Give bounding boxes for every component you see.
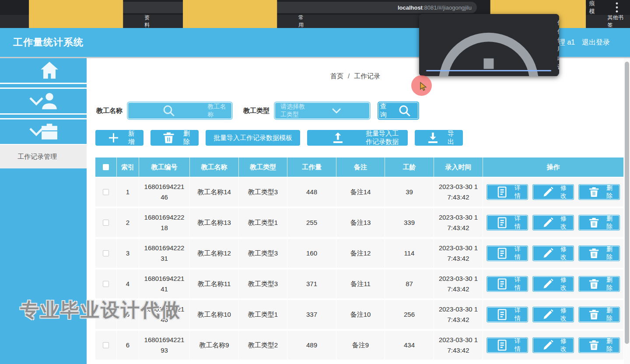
download-popup: 任何使用此设备的用户都能看到已下载的文件 jiaogongjiluMuBan (… xyxy=(419,14,559,76)
column-header: 索引 xyxy=(117,158,139,177)
cell-workload: 448 xyxy=(287,178,336,206)
delete-button[interactable]: 删除 xyxy=(579,246,620,261)
info-icon xyxy=(425,19,552,76)
action-toolbar: 新增删除批量导入工作记录数据模板批量导入工作记录数据导出 xyxy=(95,130,463,146)
column-header: 教工类型 xyxy=(239,158,287,177)
cell-staff-name: 教工名称9 xyxy=(190,331,239,360)
row-checkbox[interactable] xyxy=(103,342,109,348)
cell-staff-type: 教工类型1 xyxy=(239,208,287,237)
select-all-checkbox[interactable] xyxy=(103,164,109,170)
cell-staff-id: 1680169422141 xyxy=(139,270,190,298)
search-button[interactable]: 查询 xyxy=(378,102,418,119)
edit-button[interactable]: 修改 xyxy=(533,307,574,322)
table-row: 4 1680169422141 教工名称11 教工类型3 371 备注11 87… xyxy=(95,270,623,298)
delete-button[interactable]: 删除 xyxy=(579,215,620,230)
detail-button[interactable]: 详情 xyxy=(487,276,528,291)
delete-button[interactable]: 删除 xyxy=(579,185,620,200)
cell-index: 3 xyxy=(117,239,139,268)
logout-button[interactable]: 退出登录 xyxy=(582,38,610,47)
document-icon xyxy=(493,338,511,352)
edit-button[interactable]: 修改 xyxy=(533,185,574,200)
table-header-row: 索引 教工编号 教工名称 教工类型 工作量 备注 工龄 录入时间 操作 xyxy=(95,158,623,177)
toolbar-button-5[interactable]: 导出 xyxy=(415,130,463,146)
cell-index: 6 xyxy=(117,331,139,360)
edit-button[interactable]: 修改 xyxy=(533,338,574,353)
cell-index: 4 xyxy=(117,270,139,298)
column-header: 操作 xyxy=(483,158,623,177)
cell-staff-type: 教工类型3 xyxy=(239,270,287,298)
row-checkbox[interactable] xyxy=(103,250,109,256)
trash-icon xyxy=(585,338,603,352)
select-all-cell xyxy=(95,158,117,177)
url-text: localhost:8081/#/jiaogongjilu xyxy=(398,4,472,11)
scrollbar-thumb[interactable] xyxy=(625,62,629,344)
trash-icon xyxy=(158,130,179,146)
sidebar-subitem-work-record[interactable]: 工作记录管理 xyxy=(0,145,87,168)
plus-icon xyxy=(103,130,124,146)
document-icon xyxy=(493,277,511,291)
row-checkbox[interactable] xyxy=(103,220,109,226)
document-icon xyxy=(493,246,511,260)
row-checkbox[interactable] xyxy=(103,189,109,195)
table-row: 3 1680169422231 教工名称12 教工类型3 160 备注12 11… xyxy=(95,239,623,268)
detail-button[interactable]: 详情 xyxy=(487,307,528,322)
cell-entry-time: 2023-03-30 17:43:42 xyxy=(434,300,483,329)
sidebar: 首页 个人中心 工作记录管理 工作记录管理 xyxy=(0,58,87,364)
cell-operations: 详情 修改 删除 xyxy=(483,331,623,360)
trash-icon xyxy=(585,216,603,230)
name-filter-input[interactable]: 教工名称 xyxy=(128,102,232,119)
row-select-cell xyxy=(95,331,117,360)
delete-button[interactable]: 删除 xyxy=(579,276,620,291)
row-select-cell xyxy=(95,239,117,268)
cell-index: 5 xyxy=(117,300,139,329)
cell-entry-time: 2023-03-30 17:43:42 xyxy=(434,208,483,237)
detail-button[interactable]: 详情 xyxy=(487,185,528,200)
delete-button[interactable]: 删除 xyxy=(579,338,620,353)
toolbar-button-2[interactable]: 删除 xyxy=(150,130,199,146)
row-select-cell xyxy=(95,208,117,237)
breadcrumb-home[interactable]: 首页 xyxy=(330,72,343,80)
detail-button[interactable]: 详情 xyxy=(487,215,528,230)
cell-years: 114 xyxy=(385,239,434,268)
pencil-icon xyxy=(539,185,557,199)
cell-workload: 337 xyxy=(287,300,336,329)
cell-workload: 371 xyxy=(287,270,336,298)
row-select-cell xyxy=(95,300,117,329)
cell-years: 256 xyxy=(385,300,434,329)
row-checkbox[interactable] xyxy=(103,312,109,318)
toolbar-button-3[interactable]: 批量导入工作记录数据模板 xyxy=(206,130,300,146)
edit-button[interactable]: 修改 xyxy=(533,276,574,291)
sidebar-item-personal-center[interactable]: 个人中心 xyxy=(0,89,87,113)
name-filter-label: 教工名称 xyxy=(96,107,122,115)
detail-button[interactable]: 详情 xyxy=(487,246,528,261)
toolbar-button-4[interactable]: 批量导入工作记录数据 xyxy=(307,130,408,146)
cell-entry-time: 2023-03-30 17:43:42 xyxy=(434,239,483,268)
home-icon xyxy=(12,58,87,83)
sidebar-item-work-record-group[interactable]: 工作记录管理 xyxy=(0,119,87,144)
document-icon xyxy=(493,216,511,230)
pencil-icon xyxy=(539,216,557,230)
edit-button[interactable]: 修改 xyxy=(533,215,574,230)
delete-button[interactable]: 删除 xyxy=(579,307,620,322)
detail-button[interactable]: 详情 xyxy=(487,338,528,353)
sidebar-item-home[interactable]: 首页 xyxy=(0,58,87,83)
cell-staff-type: 教工类型2 xyxy=(239,331,287,360)
trash-icon xyxy=(585,246,603,260)
cell-index: 1 xyxy=(117,178,139,206)
cell-operations: 详情 修改 删除 xyxy=(483,178,623,206)
breadcrumb-current: 工作记录 xyxy=(354,72,380,80)
toolbar-button-1[interactable]: 新增 xyxy=(95,130,144,146)
column-header: 录入时间 xyxy=(434,158,483,177)
chevron-down-icon xyxy=(309,103,364,119)
cell-note: 备注12 xyxy=(336,239,385,268)
scrollbar[interactable] xyxy=(624,58,630,364)
cell-workload: 255 xyxy=(287,208,336,237)
row-checkbox[interactable] xyxy=(103,281,109,287)
row-select-cell xyxy=(95,270,117,298)
cell-staff-name: 教工名称13 xyxy=(190,208,239,237)
edit-button[interactable]: 修改 xyxy=(533,246,574,261)
search-icon xyxy=(133,103,204,119)
type-filter-select[interactable]: 请选择教工类型 xyxy=(275,102,370,119)
cell-staff-type: 教工类型1 xyxy=(239,300,287,329)
cell-workload: 160 xyxy=(287,239,336,268)
